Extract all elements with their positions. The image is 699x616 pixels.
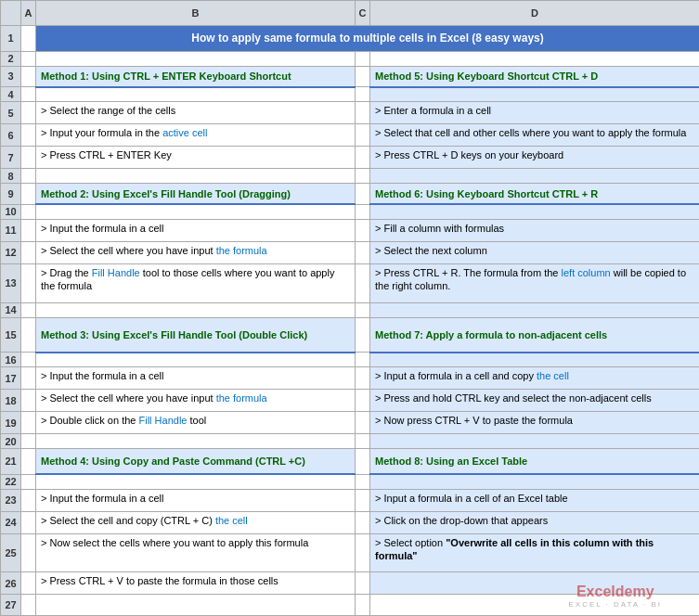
c3 <box>356 66 370 86</box>
c4 <box>356 87 370 102</box>
a10 <box>21 204 36 219</box>
row-26-header: 26 <box>1 572 21 595</box>
row-18-header: 18 <box>1 390 21 412</box>
a7 <box>21 147 36 169</box>
a22 <box>21 474 36 489</box>
method5-header: Method 5: Using Keyboard Shortcut CTRL +… <box>370 66 700 86</box>
row-12-header: 12 <box>1 241 21 263</box>
row-7-header: 7 <box>1 147 21 169</box>
row-13-header: 13 <box>1 263 21 302</box>
m5-step3: > Press CTRL + D keys on your keyboard <box>370 147 700 169</box>
col-c-header: C <box>356 1 370 26</box>
b4 <box>36 87 356 102</box>
a1 <box>21 26 36 51</box>
a21 <box>21 449 36 474</box>
m4-step4: > Press CTRL + V to paste the formula in… <box>36 572 356 595</box>
row-8-header: 8 <box>1 169 21 184</box>
m7-step3: > Now press CTRL + V to paste the formul… <box>370 412 700 434</box>
c21 <box>356 449 370 474</box>
row-25-header: 25 <box>1 533 21 572</box>
a14 <box>21 302 36 317</box>
c17 <box>356 367 370 390</box>
row-2-header: 2 <box>1 51 21 66</box>
method8-header: Method 8: Using an Excel Table <box>370 449 700 474</box>
a6 <box>21 124 36 147</box>
row-21-header: 21 <box>1 449 21 474</box>
a8 <box>21 169 36 184</box>
method7-header: Method 7: Apply a formula to non-adjacen… <box>370 317 700 352</box>
c26 <box>356 572 370 595</box>
m6-step3: > Press CTRL + R. The formula from the l… <box>370 263 700 302</box>
a13 <box>21 263 36 302</box>
row-5-header: 5 <box>1 102 21 124</box>
a24 <box>21 511 36 533</box>
d16 <box>370 353 700 367</box>
c20 <box>356 434 370 449</box>
d20 <box>370 434 700 449</box>
b16 <box>36 353 356 367</box>
m2-step1: > Input the formula in a cell <box>36 219 356 241</box>
m6-step3-text: > Press CTRL + R. The formula from the l… <box>375 267 686 291</box>
c10 <box>356 204 370 219</box>
d2 <box>370 51 700 66</box>
a20 <box>21 434 36 449</box>
a11 <box>21 219 36 241</box>
a19 <box>21 412 36 434</box>
c23 <box>356 489 370 511</box>
a26 <box>21 572 36 595</box>
row-22-header: 22 <box>1 474 21 489</box>
a15 <box>21 317 36 352</box>
m2-step2: > Select the cell where you have input t… <box>36 241 356 263</box>
row-27-header: 27 <box>1 595 21 616</box>
b14 <box>36 302 356 317</box>
a4 <box>21 87 36 102</box>
row-23-header: 23 <box>1 489 21 511</box>
method2-header: Method 2: Using Excel's Fill Handle Tool… <box>36 184 356 204</box>
a12 <box>21 241 36 263</box>
b20 <box>36 434 356 449</box>
method1-header: Method 1: Using CTRL + ENTER Keyboard Sh… <box>36 66 356 86</box>
m1-step1: > Select the range of the cells <box>36 102 356 124</box>
c6 <box>356 124 370 147</box>
b27 <box>36 595 356 616</box>
a9 <box>21 184 36 204</box>
m8-step3-text: > Select option "Overwrite all cells in … <box>375 537 654 561</box>
a5 <box>21 102 36 124</box>
m3-step2-text: > Select the cell where you have input t… <box>41 392 267 404</box>
m7-step2: > Press and hold CTRL key and select the… <box>370 390 700 412</box>
watermark: Exceldemy EXCEL · DATA · BI <box>568 584 662 609</box>
m2-step3: > Drag the Fill Handle tool to those cel… <box>36 263 356 302</box>
row-14-header: 14 <box>1 302 21 317</box>
row-19-header: 19 <box>1 412 21 434</box>
c7 <box>356 147 370 169</box>
row-4-header: 4 <box>1 87 21 102</box>
c22 <box>356 474 370 489</box>
c8 <box>356 169 370 184</box>
m8-step3: > Select option "Overwrite all cells in … <box>370 533 700 572</box>
m4-step2-text: > Select the cell and copy (CTRL + C) th… <box>41 515 248 526</box>
c18 <box>356 390 370 412</box>
d22 <box>370 474 700 489</box>
a16 <box>21 353 36 367</box>
m3-step2: > Select the cell where you have input t… <box>36 390 356 412</box>
d4 <box>370 87 700 102</box>
m3-step3: > Double click on the Fill Handle tool <box>36 412 356 434</box>
c5 <box>356 102 370 124</box>
m1-step2-text: > Input your formula in the active cell <box>41 127 207 138</box>
col-a-header: A <box>21 1 36 26</box>
row-20-header: 20 <box>1 434 21 449</box>
watermark-tagline: EXCEL · DATA · BI <box>568 600 662 609</box>
row-1-header: 1 <box>1 26 21 51</box>
m4-step2: > Select the cell and copy (CTRL + C) th… <box>36 511 356 533</box>
row-11-header: 11 <box>1 219 21 241</box>
c27 <box>356 595 370 616</box>
m7-step1-text: > Input a formula in a cell and copy the… <box>375 370 569 381</box>
row-3-header: 3 <box>1 66 21 86</box>
m1-step3: > Press CTRL + ENTER Key <box>36 147 356 169</box>
m6-step1: > Fill a column with formulas <box>370 219 700 241</box>
col-b-header: B <box>36 1 356 26</box>
method3-header: Method 3: Using Excel's Fill Handle Tool… <box>36 317 356 352</box>
a3 <box>21 66 36 86</box>
d8 <box>370 169 700 184</box>
c14 <box>356 302 370 317</box>
